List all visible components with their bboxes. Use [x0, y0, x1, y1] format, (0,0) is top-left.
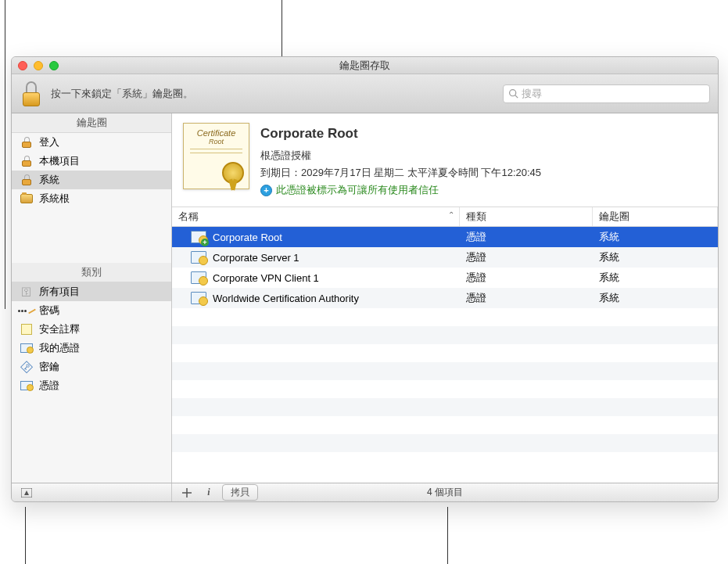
sort-asc-icon: ⌃: [448, 210, 454, 219]
add-button[interactable]: [178, 486, 195, 500]
empty-row: [172, 326, 718, 344]
empty-row: [172, 398, 718, 416]
category-item[interactable]: 憑證: [12, 376, 171, 395]
cert-icon: [191, 251, 206, 264]
lock-open-icon: [20, 173, 34, 187]
sidebar-item-label: 系統根: [39, 192, 70, 206]
row-keychain: 系統: [593, 289, 718, 307]
row-keychain: 系統: [593, 269, 718, 286]
sidebar-item-label: 密鑰: [39, 360, 59, 374]
row-kind: 憑證: [460, 249, 593, 266]
col-kind[interactable]: 種類: [460, 207, 593, 226]
table-row[interactable]: Corporate VPN Client 1憑證系統: [172, 268, 718, 288]
lock-toggle[interactable]: 按一下來鎖定「系統」鑰匙圈。: [20, 80, 495, 108]
minimize-button[interactable]: [34, 61, 43, 70]
detail-trust: 此憑證被標示為可讓所有使用者信任: [260, 181, 541, 199]
category-item[interactable]: ⚿所有項目: [12, 282, 171, 301]
category-item[interactable]: 安全註釋: [12, 320, 171, 339]
row-name: Corporate Root: [213, 232, 282, 243]
cert-icon: [191, 292, 206, 304]
col-keychain[interactable]: 鑰匙圈: [593, 207, 718, 226]
cert-icon: [191, 231, 206, 243]
keychain-list: 登入本機項目系統系統根: [12, 133, 171, 208]
category-list: ⚿所有項目密碼安全註釋我的憑證⚿密鑰憑證: [12, 282, 171, 395]
app-window: 鑰匙圈存取 按一下來鎖定「系統」鑰匙圈。 鑰匙圈 登入本機項目系統系統根 類別 …: [11, 56, 719, 502]
empty-row: [172, 416, 718, 434]
item-count: 4 個項目: [427, 486, 463, 499]
keychain-item[interactable]: 系統根: [12, 189, 171, 208]
callout-line: [25, 507, 26, 564]
sidebar-item-label: 登入: [39, 135, 59, 149]
dots-icon: [20, 304, 34, 318]
lock-open-icon: [20, 154, 34, 168]
empty-row: [172, 380, 718, 398]
category-item[interactable]: 我的憑證: [12, 339, 171, 357]
callout-line: [447, 507, 448, 564]
categories-header: 類別: [12, 263, 171, 282]
detail-expiry: 到期日：2029年7月17日 星期二 太平洋夏令時間 下午12:20:45: [260, 164, 541, 181]
sidebar-item-label: 我的憑證: [39, 341, 80, 355]
traffic-lights: [18, 61, 59, 70]
zoom-button[interactable]: [49, 61, 59, 70]
cert-icon: [191, 271, 206, 284]
cert-icon: [20, 379, 34, 393]
table-row[interactable]: Worldwide Certification Authority憑證系統: [172, 288, 718, 308]
detail-type: 根憑證授權: [260, 147, 541, 164]
sidebar-item-label: 密碼: [39, 304, 59, 318]
keyic-icon: ⚿: [20, 360, 34, 374]
lock-open-icon: [20, 80, 43, 108]
empty-row: [172, 362, 718, 380]
sidebar-item-label: 安全註釋: [39, 322, 80, 336]
toolbar: 按一下來鎖定「系統」鑰匙圈。: [12, 74, 718, 113]
category-item[interactable]: ⚿密鑰: [12, 357, 171, 376]
folder-icon: [20, 192, 34, 206]
trust-plus-icon: [260, 185, 272, 196]
category-item[interactable]: 密碼: [12, 301, 171, 320]
sidebar: 鑰匙圈 登入本機項目系統系統根 類別 ⚿所有項目密碼安全註釋我的憑證⚿密鑰憑證: [12, 113, 172, 483]
keychain-item[interactable]: 本機項目: [12, 152, 171, 171]
lock-open-icon: [20, 135, 34, 149]
row-name: Corporate VPN Client 1: [213, 272, 319, 284]
sidebar-item-label: 系統: [39, 173, 59, 187]
table-row[interactable]: Corporate Root憑證系統: [172, 227, 718, 247]
keychains-header: 鑰匙圈: [12, 113, 171, 133]
search-box[interactable]: [503, 84, 710, 103]
copy-button[interactable]: 拷貝: [222, 484, 258, 501]
info-button[interactable]: i: [200, 486, 217, 500]
main-pane: Certificate Root Corporate Root 根憑證授權 到期…: [172, 113, 718, 483]
empty-row: [172, 308, 718, 326]
titlebar[interactable]: 鑰匙圈存取: [12, 57, 718, 74]
lock-hint: 按一下來鎖定「系統」鑰匙圈。: [51, 87, 193, 101]
search-icon: [508, 88, 518, 99]
row-name: Worldwide Certification Authority: [213, 293, 359, 304]
row-kind: 憑證: [460, 289, 593, 307]
table-header: 名稱 ⌃ 種類 鑰匙圈: [172, 207, 718, 227]
keychain-item[interactable]: 系統: [12, 171, 171, 189]
row-name: Corporate Server 1: [213, 252, 299, 264]
search-input[interactable]: [522, 88, 705, 99]
col-name[interactable]: 名稱 ⌃: [172, 207, 460, 226]
row-keychain: 系統: [593, 249, 718, 266]
cert-icon: [20, 341, 34, 355]
certificate-large-icon: Certificate Root: [183, 123, 249, 189]
row-keychain: 系統: [593, 228, 718, 246]
toggle-sidebar-icon[interactable]: [18, 486, 35, 500]
keychain-item[interactable]: 登入: [12, 133, 171, 152]
statusbar: i 拷貝 4 個項目: [12, 483, 718, 501]
detail-pane: Certificate Root Corporate Root 根憑證授權 到期…: [172, 113, 718, 207]
table-row[interactable]: Corporate Server 1憑證系統: [172, 247, 718, 268]
table-body: Corporate Root憑證系統Corporate Server 1憑證系統…: [172, 227, 718, 483]
close-button[interactable]: [18, 61, 27, 70]
empty-row: [172, 434, 718, 452]
sidebar-item-label: 所有項目: [39, 285, 80, 299]
empty-row: [172, 344, 718, 362]
svg-point-0: [510, 90, 516, 96]
note-icon: [20, 322, 34, 336]
detail-name: Corporate Root: [260, 123, 541, 145]
window-title: 鑰匙圈存取: [12, 59, 718, 73]
sidebar-item-label: 憑證: [39, 379, 59, 393]
row-kind: 憑證: [460, 269, 593, 286]
svg-marker-3: [24, 490, 29, 495]
callout-line: [5, 0, 5, 309]
sidebar-item-label: 本機項目: [39, 154, 80, 168]
